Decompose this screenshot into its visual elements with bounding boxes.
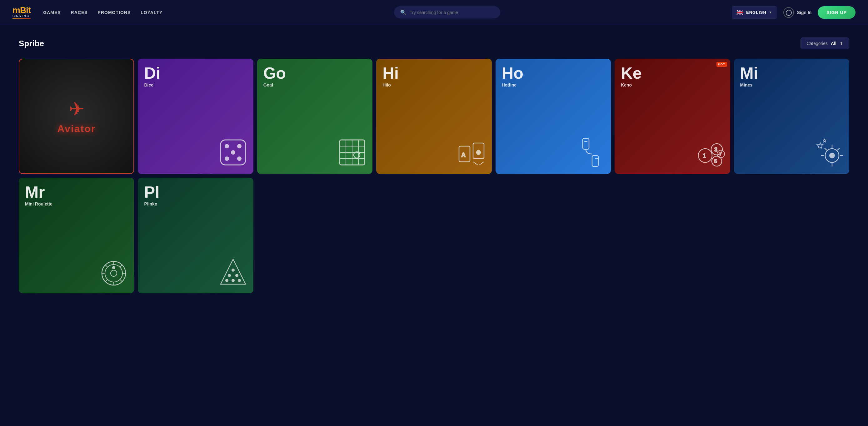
game-abbr-mines: Mi: [740, 65, 843, 81]
hotline-icon: [575, 137, 606, 169]
game-card-hilo[interactable]: Hi Hilo A: [376, 59, 492, 174]
mini-roulette-icon: [98, 256, 129, 289]
hot-badge: HOT: [716, 62, 727, 67]
svg-point-36: [830, 153, 835, 158]
svg-point-54: [236, 274, 238, 277]
header: mBit CASINO GAMES RACES PROMOTIONS LOYAL…: [0, 0, 868, 25]
game-card-mini-roulette[interactable]: Mr Mini Roulette: [19, 178, 134, 293]
sign-up-button[interactable]: SIGN UP: [818, 6, 856, 19]
game-abbr-keno: Ke: [621, 65, 724, 81]
categories-label: Categories: [806, 41, 828, 46]
language-selector[interactable]: 🇬🇧 ENGLISH ▼: [732, 6, 777, 19]
logo[interactable]: mBit CASINO: [12, 6, 31, 19]
svg-point-55: [226, 279, 228, 282]
svg-marker-37: [817, 142, 823, 149]
main-content: Spribe Categories All ⬍ ✈ Aviator Di Dic…: [0, 25, 868, 306]
svg-marker-38: [823, 139, 826, 142]
game-abbr-dice: Di: [144, 65, 247, 81]
logo-casino: CASINO: [12, 15, 30, 18]
svg-text:3: 3: [714, 146, 717, 153]
game-card-plinko[interactable]: Pl Plinko: [138, 178, 253, 293]
nav-loyalty[interactable]: LOYALTY: [141, 10, 162, 15]
nav-games[interactable]: GAMES: [43, 10, 61, 15]
search-input[interactable]: [410, 10, 494, 15]
goal-icon: [337, 137, 368, 169]
header-left: mBit CASINO GAMES RACES PROMOTIONS LOYAL…: [12, 6, 162, 19]
game-name-mini-roulette: Mini Roulette: [25, 201, 128, 206]
mines-icon: [813, 137, 844, 169]
game-name-mines: Mines: [740, 83, 843, 88]
svg-point-56: [232, 279, 234, 282]
svg-line-47: [120, 280, 122, 282]
plinko-icon: [217, 256, 249, 289]
svg-text:1: 1: [703, 153, 706, 159]
nav-races[interactable]: RACES: [71, 10, 88, 15]
game-name-hotline: Hotline: [502, 83, 604, 88]
sign-in-button[interactable]: ◯ Sign In: [783, 7, 812, 18]
search-bar[interactable]: 🔍: [394, 6, 500, 19]
categories-control[interactable]: Categories All ⬍: [801, 37, 849, 50]
game-name-hilo: Hilo: [382, 83, 485, 88]
aviator-title: Aviator: [57, 123, 96, 135]
svg-text:7: 7: [719, 152, 721, 157]
nav-promotions[interactable]: PROMOTIONS: [98, 10, 131, 15]
svg-line-48: [120, 265, 122, 267]
game-abbr-mini-roulette: Mr: [25, 184, 128, 200]
svg-point-5: [231, 151, 235, 154]
game-card-mines[interactable]: Mi Mines: [734, 59, 849, 174]
keno-icon: 1 3 5 7: [694, 137, 725, 169]
flag-icon: 🇬🇧: [737, 9, 744, 16]
svg-line-46: [105, 265, 107, 267]
aviator-content: ✈ Aviator: [26, 66, 127, 167]
plane-icon: ✈: [69, 98, 84, 120]
svg-point-50: [113, 266, 115, 269]
svg-text:5: 5: [714, 159, 717, 164]
game-abbr-plinko: Pl: [144, 184, 247, 200]
chevron-down-icon: ▼: [769, 11, 772, 14]
user-icon: ◯: [783, 7, 794, 18]
svg-point-57: [238, 279, 241, 282]
game-name-goal: Goal: [264, 83, 366, 88]
dice-icon: [217, 137, 249, 169]
logo-underline: [12, 19, 31, 19]
svg-point-2: [238, 144, 241, 148]
game-name-keno: Keno: [621, 83, 724, 88]
svg-rect-17: [583, 138, 589, 149]
svg-point-53: [228, 274, 230, 277]
main-nav: GAMES RACES PROMOTIONS LOYALTY: [43, 10, 162, 15]
svg-text:A: A: [461, 152, 466, 158]
svg-point-4: [238, 157, 241, 161]
svg-point-3: [225, 157, 229, 161]
game-name-dice: Dice: [144, 83, 247, 88]
game-card-keno[interactable]: HOT Ke Keno 1 3 5 7: [615, 59, 730, 174]
sign-in-label: Sign In: [797, 10, 812, 15]
svg-line-34: [825, 148, 827, 150]
game-card-dice[interactable]: Di Dice: [138, 59, 253, 174]
logo-mbit: mBit: [12, 6, 31, 15]
svg-line-35: [837, 148, 840, 150]
categories-value: All: [831, 41, 836, 46]
game-name-plinko: Plinko: [144, 201, 247, 206]
game-abbr-hotline: Ho: [502, 65, 604, 81]
svg-point-52: [232, 269, 234, 271]
section-title: Spribe: [19, 39, 44, 48]
svg-point-41: [111, 270, 117, 276]
svg-rect-18: [592, 156, 598, 166]
game-card-aviator[interactable]: ✈ Aviator: [19, 59, 134, 174]
game-grid: ✈ Aviator Di Dice Go Goal: [19, 59, 849, 293]
section-header: Spribe Categories All ⬍: [19, 37, 849, 50]
svg-point-1: [225, 144, 229, 148]
svg-line-49: [105, 280, 107, 282]
game-abbr-goal: Go: [264, 65, 366, 81]
hilo-icon: A: [456, 137, 487, 169]
game-card-goal[interactable]: Go Goal: [257, 59, 372, 174]
categories-chevron-icon: ⬍: [840, 41, 843, 46]
search-icon: 🔍: [400, 9, 406, 15]
header-right: 🇬🇧 ENGLISH ▼ ◯ Sign In SIGN UP: [732, 6, 856, 19]
game-card-hotline[interactable]: Ho Hotline: [496, 59, 611, 174]
game-abbr-hilo: Hi: [382, 65, 485, 81]
language-label: ENGLISH: [746, 10, 767, 15]
